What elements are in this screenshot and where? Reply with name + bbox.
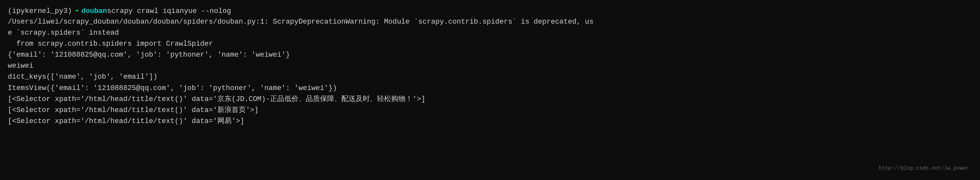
prompt-cmd: scrapy crawl iqianyue --nolog — [107, 6, 231, 16]
prompt-dir: douban — [81, 6, 107, 16]
output-line-4: {'email': '121088825@qq.com', 'job': 'py… — [8, 49, 972, 61]
output-line-8: [<Selector xpath='/html/head/title/text(… — [8, 94, 972, 105]
output-line-3: from scrapy.contrib.spiders import Crawl… — [8, 38, 972, 49]
output-line-6: dict_keys(['name', 'job', 'email']) — [8, 72, 972, 83]
output-line-10: [<Selector xpath='/html/head/title/text(… — [8, 116, 972, 127]
output-line-2: e `scrapy.spiders` instead — [8, 27, 972, 38]
output-line-9: [<Selector xpath='/html/head/title/text(… — [8, 105, 972, 116]
output-line-5: weiwei — [8, 61, 972, 72]
prompt-arrow: ➜ — [75, 6, 79, 16]
output-line-1: /Users/liwei/scrapy_douban/douban/douban… — [8, 16, 972, 27]
prompt-line: (ipykernel_py3) ➜ douban scrapy crawl iq… — [8, 6, 972, 16]
watermark: http://blog.csdn.net/lw_power — [879, 164, 969, 172]
output-line-7: ItemsView({'email': '121088825@qq.com', … — [8, 83, 972, 94]
terminal-window: (ipykernel_py3) ➜ douban scrapy crawl iq… — [8, 6, 972, 174]
prompt-env: (ipykernel_py3) — [8, 6, 72, 16]
